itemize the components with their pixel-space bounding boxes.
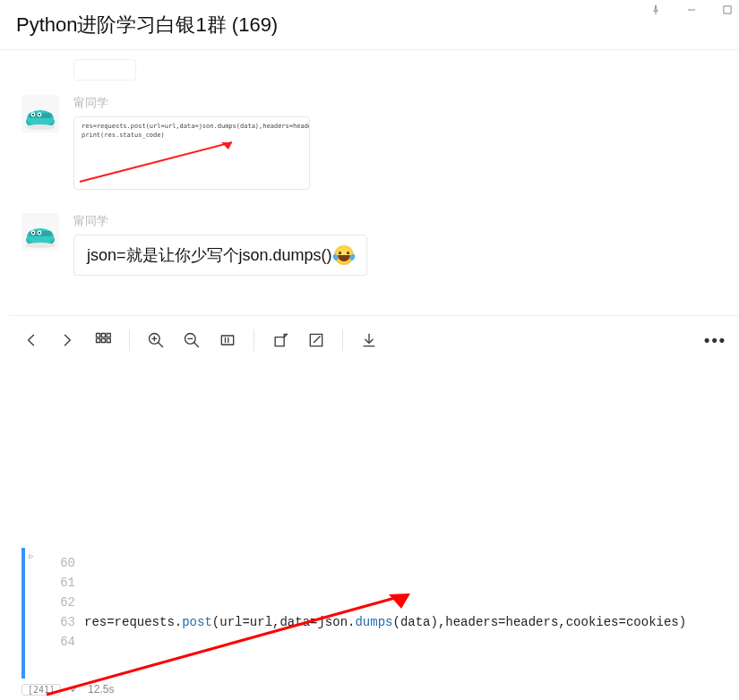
code-line: res=requests.post(url=url,data=json.dump…	[84, 612, 739, 632]
grid-icon[interactable]	[93, 330, 113, 350]
svg-line-29	[159, 343, 163, 347]
avatar[interactable]	[21, 95, 59, 132]
chat-message: 甯同学 res=requests.post(url=url,data=json.…	[0, 90, 739, 208]
toolbar-divider	[253, 329, 254, 351]
line-number: 62	[54, 593, 75, 612]
forward-icon[interactable]	[57, 330, 77, 350]
code-line	[84, 573, 739, 593]
code-lines[interactable]: res=requests.post(url=url,data=json.dump…	[84, 548, 739, 700]
zoom-in-icon[interactable]	[146, 330, 166, 350]
sender-name: 甯同学	[73, 95, 726, 111]
line-numbers: 60 61 62 63 64	[54, 548, 84, 700]
rotate-icon[interactable]	[271, 330, 290, 350]
code-line	[84, 652, 739, 671]
pin-icon[interactable]	[649, 4, 662, 16]
svg-point-21	[25, 243, 56, 248]
chat-message: 甯同学 json=就是让你少写个json.dumps()	[0, 208, 739, 290]
line-number: 60	[54, 553, 75, 573]
toolbar-divider	[342, 329, 343, 351]
chat-area: 甯同学 res=requests.post(url=url,data=json.…	[0, 50, 739, 290]
svg-rect-24	[107, 334, 110, 337]
svg-rect-27	[107, 338, 110, 342]
svg-point-18	[32, 232, 34, 234]
run-indicator-icon: ▷	[29, 551, 33, 561]
svg-line-11	[80, 142, 232, 182]
check-icon: ✓	[70, 683, 79, 696]
svg-rect-22	[97, 334, 100, 337]
code-editor: ▷ 60 61 62 63 64 res=requests.post(url=u…	[21, 548, 739, 700]
svg-rect-25	[97, 338, 100, 342]
line-number: 64	[54, 632, 75, 652]
image-viewer: ••• ▷ 60 61 62 63 64 res=requests.post(u…	[9, 315, 739, 700]
more-icon[interactable]: •••	[704, 331, 726, 350]
svg-point-7	[32, 114, 34, 115]
svg-rect-26	[101, 338, 105, 342]
message-column: 甯同学 res=requests.post(url=url,data=json.…	[73, 95, 726, 193]
message-text: json=就是让你少写个json.dumps()	[87, 244, 332, 266]
svg-rect-1	[724, 6, 731, 13]
previous-message-tail	[73, 59, 136, 81]
cell-gutter: ▷	[27, 548, 54, 700]
text-message-bubble[interactable]: json=就是让你少写个json.dumps()	[73, 235, 367, 276]
svg-rect-35	[221, 336, 233, 345]
viewer-body[interactable]: ▷ 60 61 62 63 64 res=requests.post(url=u…	[9, 364, 739, 700]
svg-marker-12	[221, 142, 232, 149]
cell-active-marker	[21, 548, 25, 700]
svg-rect-23	[101, 334, 105, 337]
annotation-arrow-icon	[78, 139, 239, 184]
execution-status: [241] ✓ 12.5s	[21, 679, 739, 700]
laugh-cry-emoji-icon	[334, 245, 354, 265]
chat-title: Python进阶学习白银1群 (169)	[16, 12, 278, 38]
message-column: 甯同学 json=就是让你少写个json.dumps()	[73, 213, 726, 276]
download-icon[interactable]	[359, 330, 379, 350]
svg-point-10	[25, 124, 56, 130]
thumb-code-line: print(res.status_code)	[82, 132, 302, 141]
viewer-toolbar: •••	[9, 316, 739, 364]
avatar[interactable]	[21, 213, 59, 251]
thumb-code-line: res=requests.post(url=url,data=json.dump…	[82, 123, 302, 132]
toolbar-divider	[129, 329, 130, 351]
edit-icon[interactable]	[306, 330, 326, 350]
svg-point-9	[39, 114, 40, 115]
execution-count: [241]	[21, 684, 61, 696]
line-number: 61	[54, 573, 75, 593]
minimize-icon[interactable]	[685, 4, 698, 16]
back-icon[interactable]	[21, 330, 41, 350]
svg-line-33	[194, 343, 199, 347]
svg-rect-38	[275, 337, 284, 346]
titlebar: Python进阶学习白银1群 (169)	[0, 0, 739, 50]
line-number: 63	[54, 612, 75, 632]
image-message-thumb[interactable]: res=requests.post(url=url,data=json.dump…	[73, 116, 310, 190]
maximize-icon[interactable]	[721, 4, 734, 16]
zoom-out-icon[interactable]	[182, 330, 202, 350]
execution-time: 12.5s	[88, 683, 114, 696]
actual-size-icon[interactable]	[218, 330, 237, 350]
sender-name: 甯同学	[73, 213, 726, 229]
svg-point-20	[39, 232, 40, 234]
window-controls	[649, 4, 734, 16]
